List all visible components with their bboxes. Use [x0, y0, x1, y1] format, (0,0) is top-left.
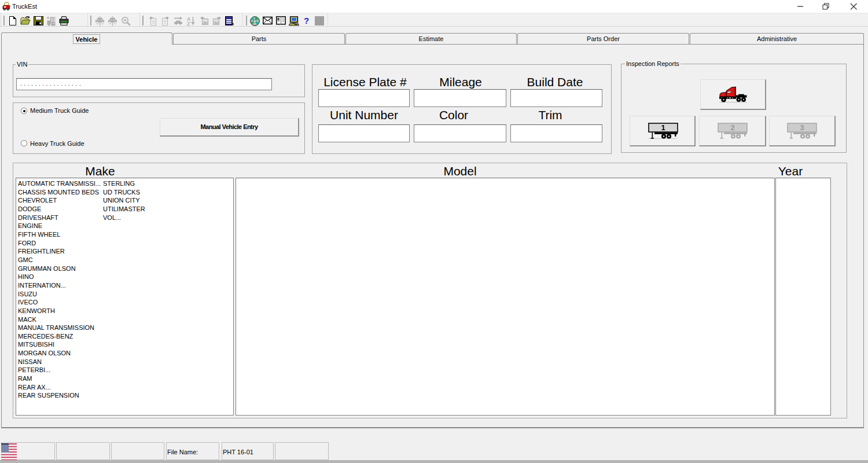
- svg-text:Z: Z: [187, 21, 190, 26]
